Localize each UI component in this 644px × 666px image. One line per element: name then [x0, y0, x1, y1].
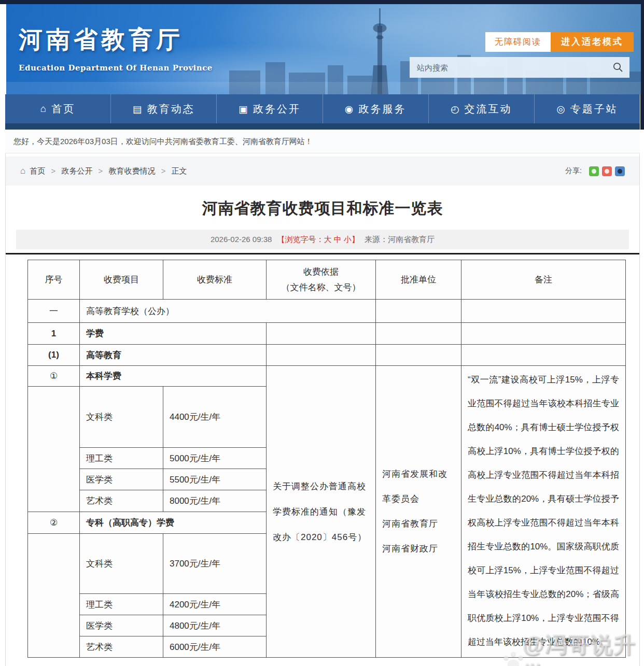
nav-item-education-news[interactable]: ▤ 教育动态 [111, 94, 217, 123]
fee-price: 3700元/生/年 [163, 534, 267, 594]
col-header-index: 序号 [28, 260, 80, 300]
fee-item: 专科（高职高专）学费 [80, 512, 267, 534]
nav-item-interaction[interactable]: ◴ 交流互动 [429, 94, 535, 123]
fee-item: 学费 [80, 323, 267, 345]
nav-label: 教育动态 [147, 102, 195, 116]
remark-cell: “双一流”建设高校可上浮15%，上浮专业范围不得超过当年该校本科招生专业总数的4… [461, 366, 626, 658]
news-icon: ▤ [133, 103, 142, 115]
table-row: (1) 高等教育 [28, 345, 626, 366]
weibo-share-icon[interactable] [602, 166, 612, 176]
empty-cell [376, 345, 461, 366]
fee-category: 艺术类 [80, 490, 163, 512]
fee-price: 4200元/生/年 [163, 594, 267, 615]
breadcrumb-item-disclosure[interactable]: 政务公开 [61, 166, 92, 175]
site-header-banner: 河南省教育厅 Education Department Of Henan Pro… [6, 4, 641, 94]
approver-line: 河南省教育厅 [382, 512, 455, 536]
main-nav: ⌂ 首页 ▤ 教育动态 ▣ 政务公开 ◉ 政务服务 ◴ 交流互动 ◎ 专题子站 [5, 94, 640, 123]
nav-shadow-strip [5, 123, 640, 130]
empty-cell [267, 323, 376, 345]
share-bar: 分享: [565, 166, 625, 176]
col-header-item: 收费项目 [80, 260, 163, 300]
wechat-share-icon[interactable] [589, 166, 599, 176]
fee-basis: 关于调整公办普通高校学费标准的通知（豫发改办〔2020〕456号） [267, 366, 376, 658]
empty-cell [28, 534, 80, 658]
col-header-basis: 收费依据 （文件名称、文号） [267, 260, 376, 300]
approver-line: 河南省财政厅 [382, 536, 455, 561]
col-header-basis-line1: 收费依据 [270, 264, 372, 280]
font-size-switcher[interactable]: 【浏览字号：大 中 小】 [277, 235, 359, 244]
col-header-basis-line2: （文件名称、文号） [270, 280, 372, 295]
nav-item-special-subsites[interactable]: ◎ 专题子站 [535, 94, 640, 123]
header-buttons: 无障碍阅读 进入适老模式 [485, 32, 634, 52]
article-meta-bar: 2026-02-26 09:38 【浏览字号：大 中 小】 来源：河南省教育厅 [16, 230, 629, 249]
nav-label: 交流互动 [465, 102, 512, 116]
accessibility-reading-button[interactable]: 无障碍阅读 [485, 32, 551, 52]
empty-cell [376, 323, 461, 345]
nav-item-gov-disclosure[interactable]: ▣ 政务公开 [217, 94, 323, 123]
breadcrumb-item-fees[interactable]: 教育收费情况 [109, 166, 156, 175]
table-row: 一 高等教育学校（公办） [28, 300, 626, 323]
service-icon: ◉ [345, 103, 354, 115]
breadcrumb-separator: > [161, 166, 166, 175]
disclosure-icon: ▣ [239, 103, 248, 115]
fee-price: 8000元/生/年 [163, 490, 267, 512]
nav-label: 专题子站 [570, 102, 618, 116]
breadcrumb-item-article: 正文 [172, 166, 187, 175]
row-index: ① [28, 366, 80, 387]
welcome-bar: 您好，今天是2026年03月03日，欢迎访问中共河南省委教育工委、河南省教育厅网… [5, 130, 640, 153]
empty-cell [376, 300, 461, 323]
fee-category: 医学类 [80, 615, 163, 636]
home-icon: ⌂ [40, 103, 46, 115]
nav-item-home[interactable]: ⌂ 首页 [5, 94, 111, 123]
subsite-icon: ◎ [556, 103, 565, 115]
window-right-strip [640, 0, 644, 130]
window-top-strip [0, 0, 644, 4]
breadcrumb-bar: ⌂ 首页 > 政务公开 > 教育收费情况 > 正文 分享: [6, 157, 639, 186]
interaction-icon: ◴ [451, 103, 459, 115]
fee-price: 6000元/生/年 [163, 636, 267, 658]
fee-item: 本科学费 [80, 366, 267, 387]
empty-cell [267, 345, 376, 366]
fee-item: 高等教育 [80, 345, 267, 366]
fee-price: 4400元/生/年 [163, 387, 267, 448]
nav-item-gov-services[interactable]: ◉ 政务服务 [323, 94, 429, 123]
fee-category: 医学类 [80, 469, 163, 490]
breadcrumb-separator: > [51, 166, 55, 175]
breadcrumb-separator: > [99, 166, 103, 175]
fee-category: 理工类 [80, 448, 163, 469]
col-header-standard: 收费标准 [163, 260, 267, 300]
breadcrumb: 首页 > 政务公开 > 教育收费情况 > 正文 [30, 166, 187, 176]
qq-share-icon[interactable] [615, 166, 625, 176]
table-row: 1 学费 [28, 323, 626, 345]
watermark-text: @冯哥说升学 [523, 630, 644, 666]
site-subtitle: Education Department Of Henan Province [19, 63, 213, 73]
fee-category: 文科类 [80, 387, 163, 448]
col-header-approver: 批准单位 [376, 260, 461, 300]
content-divider [6, 253, 639, 254]
fee-price: 5500元/生/年 [163, 469, 267, 490]
row-index: ② [28, 512, 80, 534]
search-input[interactable] [410, 57, 629, 78]
page-title: 河南省教育收费项目和标准一览表 [6, 198, 639, 219]
content-panel: ⌂ 首页 > 政务公开 > 教育收费情况 > 正文 分享: 河南省教育收费项目和… [5, 153, 640, 666]
empty-cell [461, 345, 626, 366]
table-row: ① 本科学费 关于调整公办普通高校学费标准的通知（豫发改办〔2020〕456号）… [28, 366, 626, 387]
site-title: 河南省教育厅 [19, 24, 213, 56]
approver-cell: 河南省发展和改革委员会 河南省教育厅 河南省财政厅 [376, 366, 461, 658]
row-index: (1) [28, 345, 80, 366]
fee-category: 艺术类 [80, 636, 163, 658]
row-index: 1 [28, 323, 80, 345]
search-icon[interactable] [612, 62, 623, 73]
empty-cell [28, 387, 80, 512]
fee-price: 4800元/生/年 [163, 615, 267, 636]
elder-mode-button[interactable]: 进入适老模式 [551, 32, 634, 52]
source-label: 来源：河南省教育厅 [365, 235, 435, 244]
site-identity: 河南省教育厅 Education Department Of Henan Pro… [19, 24, 213, 73]
breadcrumb-home-icon[interactable]: ⌂ [20, 166, 25, 176]
table-header-row: 序号 收费项目 收费标准 收费依据 （文件名称、文号） 批准单位 备注 [28, 260, 626, 300]
nav-label: 政务服务 [358, 102, 406, 116]
breadcrumb-item-home[interactable]: 首页 [30, 166, 45, 175]
col-header-remark: 备注 [461, 260, 626, 300]
empty-cell [461, 300, 626, 323]
share-label: 分享: [565, 166, 582, 176]
